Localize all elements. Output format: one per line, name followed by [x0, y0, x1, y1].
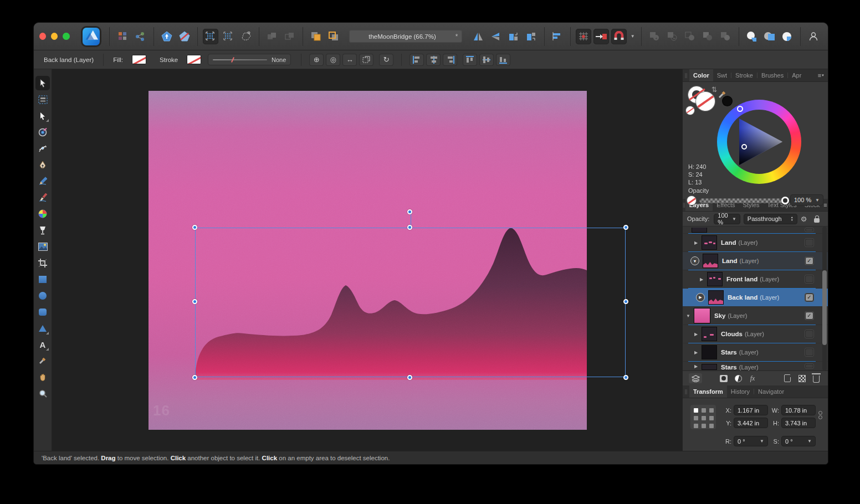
- layer-visibility-checkbox[interactable]: [805, 330, 813, 338]
- layer-opacity-dropdown[interactable]: 100 % ▼: [714, 214, 740, 224]
- layer-visibility-checkbox[interactable]: ✓: [805, 312, 813, 320]
- layer-row-land-2[interactable]: ▼ Land (Layer) ✓: [683, 252, 828, 270]
- panel-grip-icon[interactable]: ||: [683, 69, 689, 81]
- layer-row-stars-2-clipped[interactable]: ▶ Stars (Layer): [683, 362, 828, 371]
- stroke-width-widget[interactable]: None: [208, 54, 291, 65]
- handle-mid-left[interactable]: [192, 299, 197, 304]
- layer-visibility-checkbox[interactable]: [805, 239, 813, 246]
- close-window-button[interactable]: [39, 33, 46, 40]
- color-triangle[interactable]: [727, 110, 791, 174]
- move-to-back-icon[interactable]: [326, 29, 341, 44]
- new-pixel-layer-icon[interactable]: [796, 373, 807, 383]
- color-format-icon[interactable]: [115, 29, 130, 44]
- layer-visibility-checkbox[interactable]: [805, 364, 813, 368]
- tab-appearance[interactable]: Apr: [788, 69, 805, 81]
- opacity-none-swatch[interactable]: [687, 196, 696, 205]
- show-selection-icon[interactable]: ◎: [326, 54, 340, 66]
- rotation-handle[interactable]: [407, 209, 412, 214]
- boolean-add-icon[interactable]: +: [647, 29, 662, 44]
- fill-color-swatch-none[interactable]: [696, 92, 715, 111]
- move-tool[interactable]: [35, 76, 50, 90]
- tab-navigator[interactable]: Navigator: [754, 385, 788, 398]
- blend-mode-dropdown[interactable]: Passthrough ▲▼: [744, 214, 797, 224]
- place-image-tool[interactable]: [35, 239, 50, 254]
- delete-layer-trash-icon[interactable]: [811, 373, 822, 383]
- node-tool[interactable]: [35, 109, 50, 123]
- boolean-combine-icon[interactable]: [718, 29, 734, 44]
- layer-row-land-1[interactable]: ▶ Land (Layer): [683, 234, 828, 252]
- color-picker-tool[interactable]: [35, 354, 50, 368]
- boolean-divide-icon[interactable]: [700, 29, 716, 44]
- expand-arrow-icon[interactable]: ▼: [685, 313, 692, 318]
- panel-menu-icon[interactable]: ≡▼: [818, 69, 828, 81]
- geometry-merge-icon[interactable]: [264, 29, 280, 44]
- zoom-tool[interactable]: [35, 387, 50, 401]
- hue-marker[interactable]: [737, 106, 743, 112]
- pencil-tool[interactable]: [35, 174, 50, 188]
- align-right-icon[interactable]: [443, 54, 457, 66]
- order-alignment-icon[interactable]: [550, 29, 565, 44]
- point-transform-tool[interactable]: [35, 125, 50, 140]
- handle-bottom-right[interactable]: [623, 375, 628, 380]
- layer-lock-icon[interactable]: [812, 214, 822, 224]
- handle-top-right[interactable]: [623, 225, 628, 230]
- layer-settings-gear-icon[interactable]: ⚙: [799, 214, 809, 224]
- opacity-slider[interactable]: [699, 198, 786, 203]
- insert-behind-icon[interactable]: [780, 29, 795, 44]
- triangle-marker[interactable]: [741, 144, 747, 150]
- transparency-tool[interactable]: [35, 223, 50, 238]
- enable-rotation-icon[interactable]: ↻: [379, 54, 393, 66]
- boolean-subtract-icon[interactable]: −: [664, 29, 680, 44]
- snap-to-object-icon[interactable]: [593, 29, 609, 44]
- move-to-front-icon[interactable]: [308, 29, 324, 44]
- rotation-dropdown[interactable]: 0 ° ▼: [734, 436, 768, 446]
- layer-row-clipped[interactable]: [683, 227, 828, 234]
- ellipse-tool[interactable]: [35, 289, 50, 303]
- align-center-h-icon[interactable]: [426, 54, 441, 66]
- handle-bottom-center[interactable]: [407, 375, 412, 380]
- x-field[interactable]: 1.167 in: [734, 405, 768, 415]
- new-layer-icon[interactable]: [782, 373, 793, 383]
- zoom-window-button[interactable]: [63, 33, 69, 40]
- expand-arrow-icon[interactable]: ▶: [693, 332, 699, 337]
- rotate-ccw-icon[interactable]: [506, 29, 521, 44]
- canvas-area[interactable]: 16: [52, 69, 682, 451]
- align-left-icon[interactable]: [409, 54, 424, 66]
- export-persona-icon[interactable]: [158, 29, 174, 44]
- geometry-split-icon[interactable]: [282, 29, 298, 44]
- document-title[interactable]: theMoonBridge (66.7%) *: [349, 30, 462, 43]
- layer-visibility-checkbox[interactable]: [805, 348, 813, 356]
- color-wheel[interactable]: [717, 100, 801, 184]
- layer-visibility-checkbox[interactable]: [805, 275, 813, 283]
- cycle-selection-box-icon[interactable]: ⊕: [309, 54, 324, 66]
- persona-none-icon[interactable]: [177, 29, 192, 44]
- selection-bounding-box[interactable]: [195, 228, 626, 377]
- y-field[interactable]: 3.442 in: [734, 418, 768, 428]
- align-top-icon[interactable]: [463, 54, 477, 66]
- handle-top-center[interactable]: [407, 225, 412, 230]
- layer-visibility-checkbox[interactable]: ✓: [805, 294, 813, 301]
- expand-arrow-icon[interactable]: ▶: [693, 364, 699, 369]
- flip-vertical-icon[interactable]: [488, 29, 504, 44]
- layer-stack-icon[interactable]: [689, 373, 702, 383]
- tab-swatches[interactable]: Swt: [713, 69, 731, 81]
- opacity-value-dropdown[interactable]: 100 % ▼: [790, 194, 823, 205]
- layers-scrollbar-thumb[interactable]: [822, 270, 827, 345]
- insert-inside-icon[interactable]: [744, 29, 760, 44]
- expand-arrow-icon[interactable]: ▶: [698, 277, 705, 282]
- snapping-dropdown-arrow[interactable]: ▼: [629, 29, 636, 44]
- layer-row-front-land[interactable]: ▶ Front land (Layer): [683, 270, 828, 289]
- stroke-width-slider[interactable]: [213, 59, 267, 60]
- stroke-swatch-none[interactable]: [187, 55, 201, 64]
- expand-arrow-circled-icon[interactable]: ▶: [696, 293, 705, 302]
- w-field[interactable]: 10.78 in: [781, 405, 816, 415]
- align-bottom-icon[interactable]: [496, 54, 510, 66]
- handle-mid-right[interactable]: [623, 299, 628, 304]
- tab-stroke[interactable]: Stroke: [731, 69, 757, 81]
- tab-brushes[interactable]: Brushes: [757, 69, 787, 81]
- expand-arrow-icon[interactable]: ▶: [693, 350, 699, 355]
- minimize-window-button[interactable]: [51, 33, 58, 40]
- expand-arrow-circled-icon[interactable]: ▼: [690, 256, 699, 265]
- insert-on-top-icon[interactable]: [762, 29, 777, 44]
- layer-row-sky[interactable]: ▼ Sky (Layer) ✓: [683, 307, 828, 325]
